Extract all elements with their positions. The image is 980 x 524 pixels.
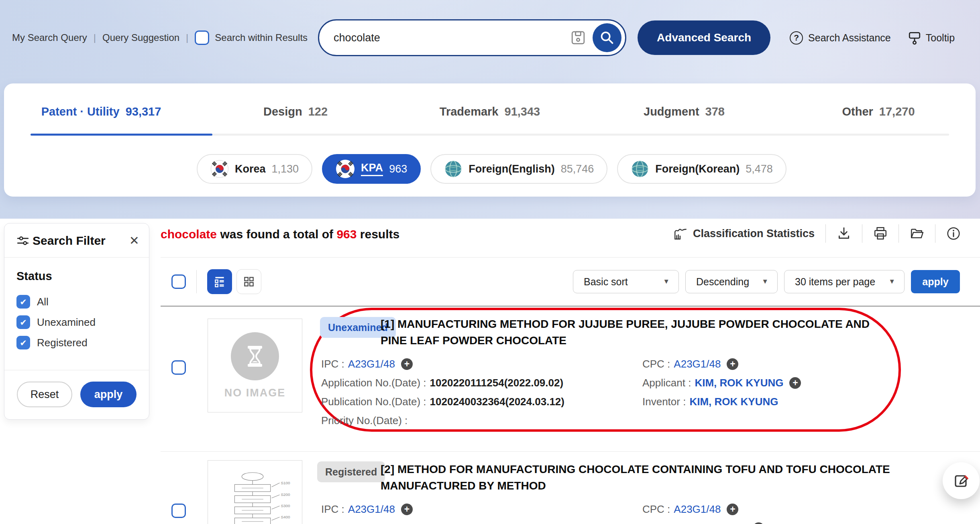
collection-subtabs: Korea 1,130 — [197, 154, 976, 184]
save-query-icon[interactable] — [571, 30, 585, 45]
separator: | — [94, 32, 96, 43]
header-tools: Classification Statistics — [673, 224, 961, 243]
svg-text:S200: S200 — [281, 492, 290, 497]
status-option-unexamined[interactable]: Unexamined — [16, 315, 137, 329]
tab-label: Design — [263, 105, 302, 118]
list-view-button[interactable] — [207, 269, 232, 294]
select-all-checkbox[interactable] — [171, 274, 186, 289]
status-option-registered[interactable]: Registered — [16, 336, 137, 349]
reset-button[interactable]: Reset — [17, 382, 72, 407]
status-option-all[interactable]: All — [16, 295, 137, 309]
expand-plus-icon[interactable]: + — [789, 377, 801, 389]
per-page-dropdown[interactable]: 30 items per page ▼ — [784, 270, 905, 293]
expand-plus-icon[interactable]: + — [401, 504, 413, 515]
tab-count: 91,343 — [505, 105, 540, 118]
applicant-value-link[interactable]: KIM, SE IN — [695, 522, 747, 524]
tab-active-indicator — [31, 134, 212, 136]
chevron-down-icon: ▼ — [663, 278, 670, 286]
subtab-korea[interactable]: Korea 1,130 — [197, 154, 312, 184]
subtab-foreign-english[interactable]: Foreign(English) 85,746 — [430, 154, 607, 184]
result-checkbox[interactable] — [171, 360, 186, 375]
expand-plus-icon[interactable]: + — [753, 522, 764, 524]
divider — [825, 224, 826, 243]
tab-patent-utility[interactable]: Patent · Utility 93,317 — [4, 105, 198, 118]
result-thumbnail[interactable]: S100 S200 S300 S400 — [208, 460, 302, 524]
cpc-value-link[interactable]: A23G1/48 — [674, 358, 721, 370]
tab-judgment[interactable]: Judgment 378 — [587, 105, 781, 118]
expand-plus-icon[interactable]: + — [727, 358, 738, 370]
result-details-left: IPC : A23G1/48 + Application No.(Date) :… — [321, 357, 564, 433]
grid-view-button[interactable] — [236, 269, 261, 294]
print-icon[interactable] — [873, 226, 888, 241]
inventor-value-link[interactable]: KIM, ROK KYUNG — [689, 396, 778, 408]
search-within-results-checkbox[interactable] — [195, 30, 209, 45]
memo-edit-fab[interactable] — [943, 462, 980, 499]
globe-icon — [444, 160, 462, 178]
query-suggestion-link[interactable]: Query Suggestion — [102, 32, 179, 43]
tab-design[interactable]: Design 122 — [198, 105, 393, 118]
tab-count: 93,317 — [126, 105, 161, 118]
search-input[interactable] — [334, 32, 571, 44]
tab-other[interactable]: Other 17,270 — [781, 105, 976, 118]
folder-icon[interactable] — [910, 226, 924, 241]
result-title-link[interactable]: [2] METHOD FOR MANUFACTURING CHOCOLATE C… — [381, 461, 894, 494]
tooltip-icon — [908, 30, 921, 45]
application-label: Application No.(Date) : — [321, 377, 426, 389]
download-icon[interactable] — [837, 226, 851, 241]
subtab-kpa[interactable]: KPA 963 — [322, 154, 421, 184]
divider — [899, 224, 899, 243]
expand-plus-icon[interactable]: + — [727, 504, 738, 515]
advanced-search-button[interactable]: Advanced Search — [638, 20, 770, 55]
question-icon: ? — [790, 31, 803, 45]
tab-trademark[interactable]: Trademark 91,343 — [393, 105, 587, 118]
cpc-line: CPC : A23G1/48 + — [642, 357, 801, 371]
applicant-line: Applicant : KIM, ROK KYUNG + — [642, 376, 801, 390]
filter-footer: Reset apply — [4, 370, 149, 419]
summary-text: results — [357, 227, 399, 241]
status-badge-registered: Registered — [317, 461, 385, 482]
kipris-search-results-page: My Search Query | Query Suggestion | Sea… — [0, 0, 980, 524]
toolbar-apply-button[interactable]: apply — [911, 270, 960, 293]
application-value: 1020230094301(2023.07.20) — [430, 522, 564, 524]
result-details-right: CPC : A23G1/48 + Applicant : KIM, SE IN … — [642, 502, 764, 524]
result-item-1: NO IMAGE Unexamined [1] MANUFACTURING ME… — [161, 309, 980, 433]
divider — [935, 224, 935, 243]
result-title-link[interactable]: [1] MANUFACTURING METHOD FOR JUJUBE PURE… — [381, 316, 894, 349]
expand-plus-icon[interactable]: + — [401, 358, 413, 370]
subtab-count: 963 — [389, 163, 407, 175]
separator: | — [186, 32, 188, 43]
subtab-foreign-korean[interactable]: Foreign(Korean) 5,478 — [617, 154, 786, 184]
checkbox-checked[interactable] — [16, 315, 30, 329]
checkbox-checked[interactable] — [16, 295, 30, 309]
ipc-value-link[interactable]: A23G1/48 — [348, 503, 395, 516]
checkbox-checked[interactable] — [16, 336, 30, 349]
subtab-label: Foreign(Korean) — [655, 163, 740, 175]
info-icon[interactable] — [946, 226, 961, 241]
cpc-line: CPC : A23G1/48 + — [642, 502, 764, 516]
per-page-dropdown-value: 30 items per page — [795, 276, 875, 288]
ipc-value-link[interactable]: A23G1/48 — [348, 358, 395, 370]
quick-links: My Search Query | Query Suggestion | Sea… — [12, 30, 308, 45]
my-search-query-link[interactable]: My Search Query — [12, 32, 87, 43]
search-within-results-option: Search within Results — [195, 30, 308, 45]
tooltip-toggle[interactable]: Tooltip — [908, 30, 955, 45]
divider — [196, 270, 197, 293]
search-assistance-link[interactable]: ? Search Assistance — [790, 31, 891, 45]
order-dropdown[interactable]: Descending ▼ — [685, 270, 778, 293]
applicant-value-link[interactable]: KIM, ROK KYUNG — [695, 377, 783, 389]
divider-line — [161, 306, 980, 307]
search-box — [318, 19, 626, 56]
top-bar: My Search Query | Query Suggestion | Sea… — [12, 15, 966, 60]
result-thumbnail[interactable]: NO IMAGE — [208, 319, 302, 412]
divider-line — [161, 451, 980, 452]
tab-label: Trademark — [440, 105, 499, 118]
filter-apply-button[interactable]: apply — [80, 382, 137, 407]
sort-dropdown[interactable]: Basic sort ▼ — [573, 270, 679, 293]
cpc-value-link[interactable]: A23G1/48 — [674, 503, 721, 516]
classification-statistics-button[interactable]: Classification Statistics — [673, 226, 815, 241]
publication-label: Publication No.(Date) : — [321, 396, 426, 408]
search-button[interactable] — [593, 23, 621, 52]
close-icon[interactable]: ✕ — [129, 235, 139, 247]
result-checkbox[interactable] — [171, 504, 186, 518]
summary-text: was found a total of — [217, 227, 336, 241]
